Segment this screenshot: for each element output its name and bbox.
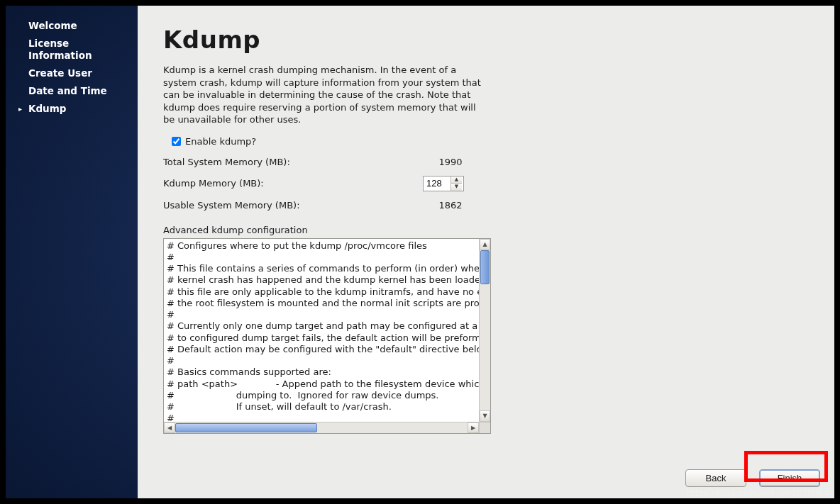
spinner-down-icon[interactable]: ▼ bbox=[451, 184, 462, 191]
vertical-scrollbar[interactable]: ▲ ▼ bbox=[479, 239, 490, 422]
usable-memory-label: Usable System Memory (MB): bbox=[163, 200, 426, 211]
advanced-config-textarea[interactable] bbox=[164, 239, 479, 422]
back-button[interactable]: Back bbox=[685, 469, 746, 487]
hscroll-track[interactable] bbox=[175, 422, 468, 433]
sidebar-item-label: Welcome bbox=[28, 20, 77, 32]
sidebar-item-license-information[interactable]: ▸ License Information bbox=[18, 38, 128, 62]
page-title: Kdump bbox=[163, 26, 814, 54]
sidebar-item-create-user[interactable]: ▸ Create User bbox=[18, 67, 128, 79]
kdump-memory-label: Kdump Memory (MB): bbox=[163, 178, 426, 189]
enable-kdump-label: Enable kdump? bbox=[185, 136, 256, 147]
total-memory-label: Total System Memory (MB): bbox=[163, 157, 426, 167]
chevron-right-icon: ▸ bbox=[18, 103, 26, 115]
advanced-config-box: ▲ ▼ ◀ ▶ bbox=[163, 238, 491, 434]
finish-button[interactable]: Finish bbox=[759, 469, 820, 487]
total-memory-value: 1990 bbox=[426, 157, 475, 167]
usable-memory-value: 1862 bbox=[426, 200, 475, 211]
scroll-up-icon[interactable]: ▲ bbox=[480, 239, 490, 250]
main-content: Kdump Kdump is a kernel crash dumping me… bbox=[138, 6, 834, 498]
horizontal-scrollbar[interactable]: ◀ ▶ bbox=[164, 422, 479, 433]
kdump-memory-input[interactable] bbox=[424, 177, 451, 191]
scroll-down-icon[interactable]: ▼ bbox=[480, 410, 490, 422]
kdump-form: Enable kdump? Total System Memory (MB): … bbox=[163, 136, 814, 434]
sidebar: ▸ Welcome ▸ License Information ▸ Create… bbox=[6, 6, 138, 498]
sidebar-item-label: Kdump bbox=[28, 103, 66, 115]
sidebar-item-label: Create User bbox=[28, 67, 92, 79]
sidebar-item-label: License Information bbox=[28, 38, 128, 62]
scroll-right-icon[interactable]: ▶ bbox=[468, 422, 479, 433]
sidebar-item-label: Date and Time bbox=[28, 85, 107, 97]
kdump-memory-spinner[interactable]: ▲ ▼ bbox=[423, 176, 464, 191]
enable-kdump-checkbox[interactable] bbox=[172, 137, 181, 146]
firstboot-window: ▸ Welcome ▸ License Information ▸ Create… bbox=[6, 6, 834, 498]
vscroll-thumb[interactable] bbox=[480, 250, 490, 284]
advanced-config-label: Advanced kdump configuration bbox=[163, 225, 814, 235]
footer-buttons: Back Finish bbox=[685, 469, 820, 487]
scroll-left-icon[interactable]: ◀ bbox=[164, 422, 175, 433]
sidebar-item-welcome[interactable]: ▸ Welcome bbox=[18, 20, 128, 32]
scroll-corner bbox=[479, 422, 490, 433]
intro-text: Kdump is a kernel crash dumping mechanis… bbox=[163, 64, 482, 126]
sidebar-item-date-and-time[interactable]: ▸ Date and Time bbox=[18, 85, 128, 97]
sidebar-item-kdump[interactable]: ▸ Kdump bbox=[18, 103, 128, 115]
spinner-up-icon[interactable]: ▲ bbox=[451, 177, 462, 184]
vscroll-track[interactable] bbox=[480, 250, 490, 410]
hscroll-thumb[interactable] bbox=[175, 423, 317, 432]
